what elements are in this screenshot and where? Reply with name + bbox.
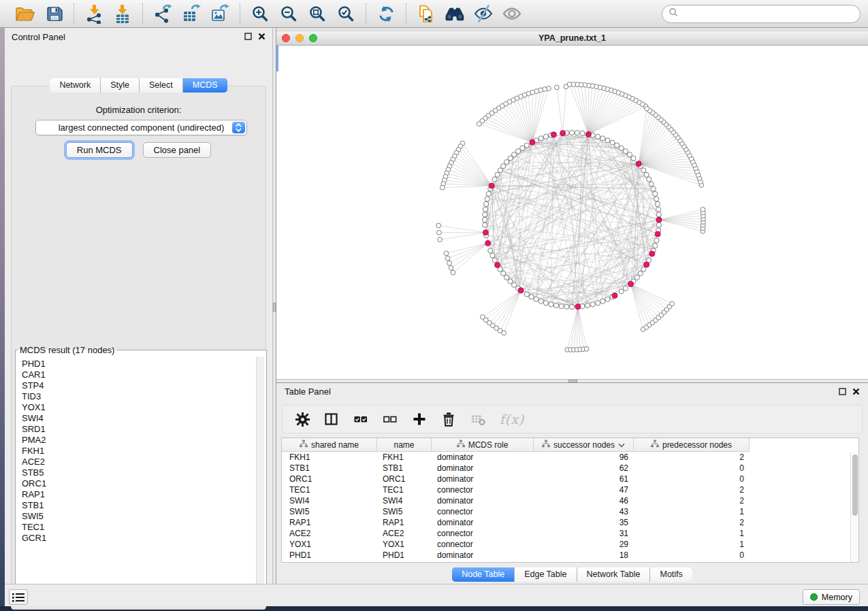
mcds-result-item[interactable]: TEC1 [22,522,264,533]
first-neighbors-icon[interactable] [443,3,466,24]
deselect-all-rows-icon[interactable] [381,410,399,428]
desktop-wallpaper-left [0,28,5,606]
table-row[interactable]: ORC1ORC1dominator610 [282,474,850,484]
control-panel-tabs: NetworkStyleSelectMCDS [5,78,272,93]
run-mcds-button[interactable]: Run MCDS [66,142,133,158]
cell-MCDS-role: dominator [432,474,534,484]
mcds-result-item[interactable]: STP4 [22,380,264,391]
cell-predecessor-nodes: 0 [634,463,750,473]
splitter-grip-icon[interactable] [568,380,577,382]
table-row[interactable]: SWI4SWI4dominator462 [282,495,850,506]
network-window-titlebar[interactable]: YPA_prune.txt_1 [276,31,868,46]
export-image-icon[interactable] [208,3,231,24]
task-history-button[interactable] [9,589,28,605]
mcds-result-item[interactable]: TID3 [22,391,264,402]
org-tree-icon [542,440,550,450]
network-canvas[interactable] [276,46,868,379]
table-row[interactable]: TEC1TEC1connector472 [282,484,850,495]
table-scrollbar[interactable] [850,452,858,562]
table-row[interactable]: ACE2ACE2connector311 [282,528,850,539]
mcds-result-list[interactable]: PHD1CAR1STP4TID3YOX1SWI4SRD1PMA2FKH1ACE2… [18,357,264,596]
tab-mcds[interactable]: MCDS [183,78,227,93]
tab-motifs[interactable]: Motifs [650,567,692,582]
mcds-result-item[interactable]: PHD1 [22,359,264,369]
zoom-selected-icon[interactable] [334,3,357,24]
cell-name: PHD1 [377,550,432,560]
column-header-predecessor-nodes[interactable]: predecessor nodes [634,438,750,451]
tab-style[interactable]: Style [101,78,140,93]
mcds-result-item[interactable]: SRD1 [22,424,264,435]
search-input[interactable] [679,7,860,21]
node-table-body[interactable]: FKH1FKH1dominator962STB1STB1dominator620… [282,452,850,562]
mcds-result-item[interactable]: STB1 [22,500,264,511]
zoom-fit-icon[interactable] [306,3,329,24]
close-panel-button[interactable]: Close panel [143,142,212,158]
mcds-result-item[interactable]: SWI4 [22,413,264,424]
float-panel-icon[interactable] [244,31,252,43]
table-row[interactable]: PHD1PHD1dominator180 [282,550,850,561]
toolbar-separator [366,3,366,24]
cell-predecessor-nodes: 1 [634,507,750,516]
column-header-successor-nodes[interactable]: successor nodes [534,438,634,451]
splitter-grip-icon[interactable] [273,303,276,312]
table-row[interactable]: SWI5SWI5connector431 [282,506,850,517]
cell-MCDS-role: dominator [432,452,534,462]
zoom-out-icon[interactable] [277,3,300,24]
import-table-icon[interactable] [111,3,134,24]
cell-shared-name: FKH1 [282,452,377,462]
cell-successor-nodes: 31 [534,529,634,538]
cell-shared-name: STB1 [282,463,377,473]
table-row[interactable]: RAP1RAP1dominator352 [282,517,850,528]
new-network-from-selection-icon[interactable] [415,3,438,24]
show-columns-icon[interactable] [323,410,340,428]
zoom-in-icon[interactable] [248,3,272,24]
table-mode-gear-icon[interactable] [293,410,311,428]
delete-columns-icon[interactable] [440,410,457,428]
apply-layout-icon[interactable] [374,3,398,24]
column-header-name[interactable]: name [377,438,432,451]
mcds-result-item[interactable]: RAP1 [22,489,264,500]
table-row[interactable]: FKH1FKH1dominator962 [282,452,850,463]
show-all-icon[interactable] [500,3,524,24]
table-scrollbar-thumb[interactable] [852,455,858,516]
save-session-icon[interactable] [42,3,65,24]
tab-network[interactable]: Network [50,78,101,93]
mcds-result-item[interactable]: CAR1 [22,369,264,380]
open-file-icon[interactable] [14,3,37,24]
mcds-result-item[interactable]: ACE2 [22,457,264,467]
select-all-rows-icon[interactable] [352,410,370,428]
criterion-value: largest connected component (undirected) [59,122,225,133]
tab-node-table[interactable]: Node Table [452,567,515,582]
close-panel-icon[interactable] [258,31,266,43]
mcds-result-item[interactable]: PMA2 [22,435,264,446]
memory-button[interactable]: Memory [803,589,860,605]
mcds-result-item[interactable]: SWI5 [22,511,264,522]
cell-shared-name: SWI5 [282,507,377,516]
criterion-select[interactable]: largest connected component (undirected) [35,120,247,135]
org-tree-icon [300,440,308,450]
search-box[interactable] [662,5,861,23]
table-row[interactable]: STB1STB1dominator620 [282,463,850,474]
column-header-shared-name[interactable]: shared name [282,438,377,451]
mcds-result-item[interactable]: ORC1 [22,478,264,489]
cell-shared-name: ACE2 [282,529,377,538]
delete-table-disabled-icon [469,410,487,428]
tab-select[interactable]: Select [140,78,183,93]
import-network-icon[interactable] [82,3,106,24]
column-header-MCDS-role[interactable]: MCDS role [432,438,534,451]
export-network-icon[interactable] [151,3,174,24]
export-table-icon[interactable] [180,3,203,24]
cell-MCDS-role: connector [432,529,534,538]
mcds-result-item[interactable]: GCR1 [22,533,264,544]
close-panel-icon[interactable] [852,386,860,398]
mcds-result-item[interactable]: YOX1 [22,402,264,413]
hide-selected-icon[interactable] [472,3,495,24]
float-panel-icon[interactable] [839,386,846,398]
mcds-result-item[interactable]: FKH1 [22,446,264,457]
tab-edge-table[interactable]: Edge Table [515,567,577,582]
table-row[interactable]: YOX1YOX1connector291 [282,539,850,550]
create-column-icon[interactable] [411,410,428,428]
mcds-list-scrollbar[interactable] [256,357,264,596]
mcds-result-item[interactable]: STB5 [22,467,264,478]
tab-network-table[interactable]: Network Table [577,567,651,582]
